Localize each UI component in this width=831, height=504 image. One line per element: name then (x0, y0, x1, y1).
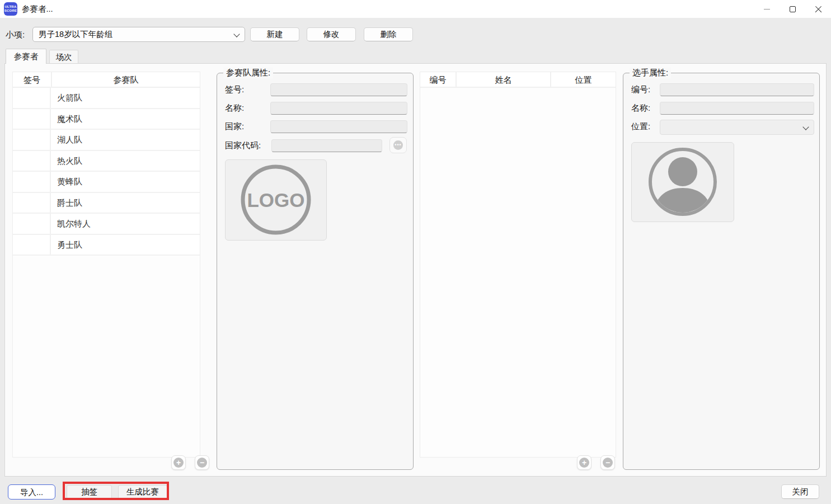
plus-icon: + (173, 458, 184, 468)
highlight-annotation-box (63, 482, 169, 500)
plus-icon: + (579, 458, 589, 468)
remove-team-button[interactable]: − (195, 455, 209, 470)
minimize-icon (764, 9, 770, 10)
new-button[interactable]: 新建 (250, 27, 299, 41)
participants-tab-panel: 签号 参赛队 火箭队 魔术队 (4, 63, 827, 477)
player-properties-legend: 选手属性: (630, 68, 671, 78)
player-number-label: 编号: (631, 84, 650, 95)
player-properties-groupbox: 选手属性: 编号: 名称: 位置: (623, 73, 820, 470)
app-badge-line1: ULTRA (5, 5, 17, 9)
team-sign-label: 签号: (225, 84, 244, 95)
ellipsis-icon: ••• (393, 140, 403, 150)
player-name-input[interactable] (660, 102, 814, 115)
team-row[interactable]: 黄蜂队 (13, 172, 200, 193)
window-titlebar: ULTRA SCORE 参赛者... (0, 0, 831, 18)
team-row[interactable]: 爵士队 (13, 193, 200, 214)
team-name-label: 名称: (225, 103, 244, 114)
team-row[interactable]: 火箭队 (13, 88, 200, 109)
minimize-button[interactable] (754, 0, 780, 18)
chevron-down-icon (804, 124, 809, 129)
ultrascore-app-icon: ULTRA SCORE (4, 2, 17, 16)
tab-sessions[interactable]: 场次 (49, 50, 78, 64)
window-title: 参赛者... (22, 0, 53, 18)
team-name-cell: 火箭队 (51, 88, 200, 108)
close-button[interactable] (805, 0, 831, 18)
column-header-number[interactable]: 编号 (420, 72, 456, 87)
logo-icon: LOGO (226, 160, 326, 240)
sub-item-combobox[interactable]: 男子18岁以下年龄组 (32, 27, 245, 42)
player-position-combobox[interactable] (660, 120, 814, 135)
team-row[interactable]: 湖人队 (13, 130, 200, 151)
team-name-cell: 凯尔特人 (51, 214, 200, 234)
teams-table-header: 签号 参赛队 (13, 72, 200, 88)
column-header-name[interactable]: 姓名 (456, 72, 550, 87)
team-row[interactable]: 勇士队 (13, 235, 200, 256)
participants-window: ULTRA SCORE 参赛者... 小项: 男子18岁以下年龄组 新建 修改 … (0, 0, 831, 504)
team-name-cell: 爵士队 (51, 193, 200, 213)
tab-participants[interactable]: 参赛者 (6, 49, 46, 64)
column-header-team[interactable]: 参赛队 (51, 72, 200, 87)
team-row[interactable]: 热火队 (13, 151, 200, 172)
minus-icon: − (197, 458, 207, 468)
import-button[interactable]: 导入... (8, 484, 55, 500)
player-number-input[interactable] (660, 83, 814, 96)
team-sign-cell (13, 172, 51, 192)
person-avatar-icon (632, 143, 734, 222)
chevron-down-icon (234, 31, 240, 36)
player-name-label: 名称: (631, 103, 650, 114)
team-name-input[interactable] (270, 102, 407, 115)
close-icon (815, 6, 822, 13)
app-badge-line2: SCORE (4, 9, 17, 13)
column-header-sign[interactable]: 签号 (13, 72, 51, 87)
team-properties-groupbox: 参赛队属性: 签号: 名称: 国家: 国家代码: ••• LOGO (217, 73, 414, 470)
team-sign-cell (13, 193, 51, 213)
players-table: 编号 姓名 位置 (420, 72, 616, 458)
teams-table: 签号 参赛队 火箭队 魔术队 (12, 72, 200, 458)
remove-player-button[interactable]: − (600, 455, 615, 470)
add-player-button[interactable]: + (577, 455, 591, 470)
team-country-input[interactable] (270, 120, 407, 133)
window-controls (754, 0, 831, 18)
team-sign-cell (13, 88, 51, 108)
team-sign-cell (13, 130, 51, 150)
team-name-cell: 湖人队 (51, 130, 200, 150)
team-sign-cell (13, 214, 51, 234)
team-sign-cell (13, 151, 51, 171)
team-name-cell: 勇士队 (51, 235, 200, 255)
sub-item-label: 小项: (6, 30, 25, 40)
maximize-icon (790, 6, 796, 12)
team-sign-cell (13, 235, 51, 255)
team-sign-cell (13, 109, 51, 129)
sub-item-selected-value: 男子18岁以下年龄组 (39, 27, 112, 41)
team-name-cell: 黄蜂队 (51, 172, 200, 192)
team-country-code-input[interactable] (271, 139, 382, 152)
team-country-code-label: 国家代码: (225, 140, 261, 151)
column-header-position[interactable]: 位置 (550, 72, 616, 87)
teams-table-body: 火箭队 魔术队 湖人队 热火队 (13, 88, 200, 256)
team-name-cell: 魔术队 (51, 109, 200, 129)
add-team-button[interactable]: + (171, 455, 186, 470)
team-row[interactable]: 魔术队 (13, 109, 200, 130)
player-position-label: 位置: (631, 121, 650, 132)
maximize-button[interactable] (780, 0, 805, 18)
team-row[interactable]: 凯尔特人 (13, 214, 200, 235)
logo-text: LOGO (247, 189, 304, 211)
delete-button[interactable]: 删除 (364, 27, 413, 41)
player-photo-placeholder[interactable] (631, 142, 734, 222)
players-table-header: 编号 姓名 位置 (420, 72, 616, 88)
dialog-close-button[interactable]: 关闭 (781, 484, 819, 499)
modify-button[interactable]: 修改 (307, 27, 356, 41)
minus-icon: − (603, 458, 613, 468)
team-country-label: 国家: (225, 121, 244, 132)
country-code-browse-button[interactable]: ••• (389, 137, 407, 153)
team-name-cell: 热火队 (51, 151, 200, 171)
team-logo-placeholder[interactable]: LOGO (225, 159, 327, 241)
team-sign-input[interactable] (270, 83, 407, 96)
team-properties-legend: 参赛队属性: (223, 68, 273, 78)
